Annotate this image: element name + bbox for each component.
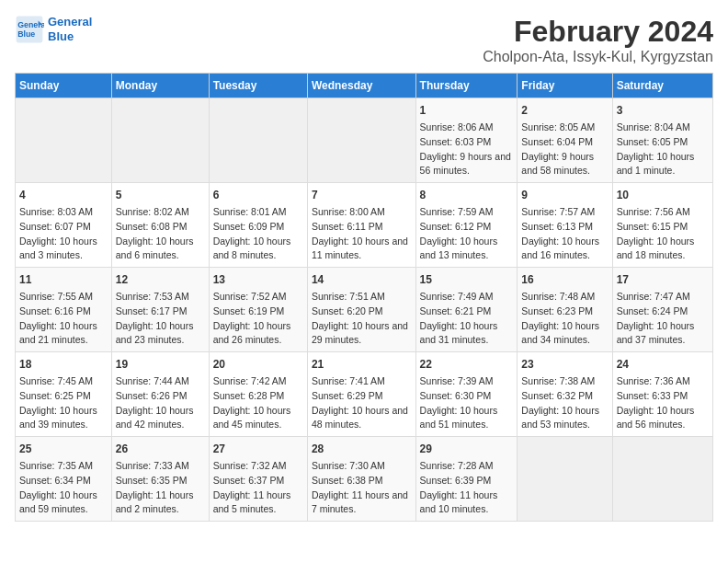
day-info: Sunrise: 7:38 AM Sunset: 6:32 PM Dayligh…: [521, 374, 608, 432]
calendar-cell: 17Sunrise: 7:47 AM Sunset: 6:24 PM Dayli…: [612, 268, 712, 352]
calendar-cell: 20Sunrise: 7:42 AM Sunset: 6:28 PM Dayli…: [209, 352, 307, 437]
day-info: Sunrise: 7:33 AM Sunset: 6:35 PM Dayligh…: [116, 459, 205, 517]
column-header-sunday: Sunday: [16, 74, 112, 98]
week-row-4: 18Sunrise: 7:45 AM Sunset: 6:25 PM Dayli…: [16, 352, 713, 437]
day-number: 3: [617, 102, 709, 119]
day-info: Sunrise: 7:52 AM Sunset: 6:19 PM Dayligh…: [213, 290, 303, 348]
day-number: 10: [617, 187, 709, 203]
page-header: General Blue GeneralBlue February 2024 C…: [15, 15, 713, 65]
day-info: Sunrise: 7:42 AM Sunset: 6:28 PM Dayligh…: [213, 374, 303, 432]
day-info: Sunrise: 7:56 AM Sunset: 6:15 PM Dayligh…: [617, 205, 709, 263]
calendar-cell: 25Sunrise: 7:35 AM Sunset: 6:34 PM Dayli…: [16, 437, 112, 522]
page-title: February 2024: [483, 15, 713, 49]
logo-icon: General Blue: [15, 15, 44, 44]
day-number: 8: [420, 187, 514, 203]
day-number: 29: [420, 441, 514, 457]
day-info: Sunrise: 8:00 AM Sunset: 6:11 PM Dayligh…: [312, 205, 412, 263]
day-number: 1: [420, 102, 514, 119]
calendar-cell: [209, 98, 307, 183]
calendar-header-row: SundayMondayTuesdayWednesdayThursdayFrid…: [16, 74, 713, 98]
day-number: 21: [312, 356, 412, 373]
logo: General Blue GeneralBlue: [15, 15, 92, 44]
day-info: Sunrise: 7:28 AM Sunset: 6:39 PM Dayligh…: [420, 459, 514, 517]
day-number: 11: [19, 271, 108, 288]
column-header-monday: Monday: [111, 74, 209, 98]
day-number: 19: [116, 356, 205, 373]
day-number: 2: [521, 102, 608, 119]
calendar-cell: 21Sunrise: 7:41 AM Sunset: 6:29 PM Dayli…: [307, 352, 415, 437]
calendar-cell: 5Sunrise: 8:02 AM Sunset: 6:08 PM Daylig…: [111, 183, 209, 268]
calendar-table: SundayMondayTuesdayWednesdayThursdayFrid…: [15, 73, 713, 522]
day-number: 20: [213, 356, 303, 373]
svg-text:Blue: Blue: [17, 29, 35, 39]
calendar-cell: 26Sunrise: 7:33 AM Sunset: 6:35 PM Dayli…: [111, 437, 209, 522]
calendar-cell: 8Sunrise: 7:59 AM Sunset: 6:12 PM Daylig…: [415, 183, 518, 268]
day-info: Sunrise: 7:30 AM Sunset: 6:38 PM Dayligh…: [312, 459, 412, 517]
day-info: Sunrise: 7:39 AM Sunset: 6:30 PM Dayligh…: [420, 374, 514, 432]
day-info: Sunrise: 8:02 AM Sunset: 6:08 PM Dayligh…: [116, 205, 205, 263]
week-row-2: 4Sunrise: 8:03 AM Sunset: 6:07 PM Daylig…: [16, 183, 713, 268]
day-number: 15: [420, 271, 514, 288]
week-row-1: 1Sunrise: 8:06 AM Sunset: 6:03 PM Daylig…: [16, 98, 713, 183]
column-header-tuesday: Tuesday: [209, 74, 307, 98]
calendar-cell: 22Sunrise: 7:39 AM Sunset: 6:30 PM Dayli…: [415, 352, 518, 437]
day-number: 5: [116, 187, 205, 203]
day-info: Sunrise: 8:03 AM Sunset: 6:07 PM Dayligh…: [19, 205, 108, 263]
day-number: 25: [19, 441, 108, 457]
calendar-cell: 1Sunrise: 8:06 AM Sunset: 6:03 PM Daylig…: [415, 98, 518, 183]
calendar-cell: 6Sunrise: 8:01 AM Sunset: 6:09 PM Daylig…: [209, 183, 307, 268]
calendar-cell: 7Sunrise: 8:00 AM Sunset: 6:11 PM Daylig…: [307, 183, 415, 268]
svg-text:General: General: [17, 20, 44, 29]
calendar-cell: 12Sunrise: 7:53 AM Sunset: 6:17 PM Dayli…: [111, 268, 209, 352]
day-number: 27: [213, 441, 303, 457]
day-number: 16: [521, 271, 608, 288]
day-info: Sunrise: 7:47 AM Sunset: 6:24 PM Dayligh…: [617, 290, 709, 348]
day-number: 26: [116, 441, 205, 457]
day-info: Sunrise: 8:04 AM Sunset: 6:05 PM Dayligh…: [617, 121, 709, 178]
calendar-cell: 11Sunrise: 7:55 AM Sunset: 6:16 PM Dayli…: [16, 268, 112, 352]
day-number: 4: [19, 187, 108, 203]
page-subtitle: Cholpon-Ata, Issyk-Kul, Kyrgyzstan: [483, 49, 713, 65]
calendar-cell: 27Sunrise: 7:32 AM Sunset: 6:37 PM Dayli…: [209, 437, 307, 522]
day-number: 17: [617, 271, 709, 288]
calendar-cell: 9Sunrise: 7:57 AM Sunset: 6:13 PM Daylig…: [518, 183, 612, 268]
calendar-cell: 29Sunrise: 7:28 AM Sunset: 6:39 PM Dayli…: [415, 437, 518, 522]
calendar-cell: [518, 437, 612, 522]
calendar-cell: 3Sunrise: 8:04 AM Sunset: 6:05 PM Daylig…: [612, 98, 712, 183]
calendar-cell: 14Sunrise: 7:51 AM Sunset: 6:20 PM Dayli…: [307, 268, 415, 352]
column-header-saturday: Saturday: [612, 74, 712, 98]
day-info: Sunrise: 7:51 AM Sunset: 6:20 PM Dayligh…: [312, 290, 412, 348]
title-block: February 2024 Cholpon-Ata, Issyk-Kul, Ky…: [483, 15, 713, 65]
day-info: Sunrise: 8:06 AM Sunset: 6:03 PM Dayligh…: [420, 121, 514, 178]
day-info: Sunrise: 8:05 AM Sunset: 6:04 PM Dayligh…: [521, 121, 608, 178]
day-info: Sunrise: 7:57 AM Sunset: 6:13 PM Dayligh…: [521, 205, 608, 263]
day-number: 24: [617, 356, 709, 373]
day-info: Sunrise: 7:59 AM Sunset: 6:12 PM Dayligh…: [420, 205, 514, 263]
column-header-friday: Friday: [518, 74, 612, 98]
day-info: Sunrise: 8:01 AM Sunset: 6:09 PM Dayligh…: [213, 205, 303, 263]
week-row-3: 11Sunrise: 7:55 AM Sunset: 6:16 PM Dayli…: [16, 268, 713, 352]
day-number: 14: [312, 271, 412, 288]
day-info: Sunrise: 7:32 AM Sunset: 6:37 PM Dayligh…: [213, 459, 303, 517]
week-row-5: 25Sunrise: 7:35 AM Sunset: 6:34 PM Dayli…: [16, 437, 713, 522]
calendar-cell: 23Sunrise: 7:38 AM Sunset: 6:32 PM Dayli…: [518, 352, 612, 437]
day-info: Sunrise: 7:48 AM Sunset: 6:23 PM Dayligh…: [521, 290, 608, 348]
calendar-cell: 19Sunrise: 7:44 AM Sunset: 6:26 PM Dayli…: [111, 352, 209, 437]
day-number: 7: [312, 187, 412, 203]
calendar-cell: [16, 98, 112, 183]
calendar-cell: [307, 98, 415, 183]
day-info: Sunrise: 7:41 AM Sunset: 6:29 PM Dayligh…: [312, 374, 412, 432]
day-info: Sunrise: 7:45 AM Sunset: 6:25 PM Dayligh…: [19, 374, 108, 432]
day-info: Sunrise: 7:35 AM Sunset: 6:34 PM Dayligh…: [19, 459, 108, 517]
calendar-cell: 18Sunrise: 7:45 AM Sunset: 6:25 PM Dayli…: [16, 352, 112, 437]
day-number: 9: [521, 187, 608, 203]
day-info: Sunrise: 7:55 AM Sunset: 6:16 PM Dayligh…: [19, 290, 108, 348]
day-number: 13: [213, 271, 303, 288]
day-info: Sunrise: 7:44 AM Sunset: 6:26 PM Dayligh…: [116, 374, 205, 432]
day-info: Sunrise: 7:53 AM Sunset: 6:17 PM Dayligh…: [116, 290, 205, 348]
calendar-cell: 16Sunrise: 7:48 AM Sunset: 6:23 PM Dayli…: [518, 268, 612, 352]
calendar-cell: 28Sunrise: 7:30 AM Sunset: 6:38 PM Dayli…: [307, 437, 415, 522]
day-info: Sunrise: 7:36 AM Sunset: 6:33 PM Dayligh…: [617, 374, 709, 432]
logo-text: GeneralBlue: [48, 15, 92, 43]
calendar-cell: [612, 437, 712, 522]
